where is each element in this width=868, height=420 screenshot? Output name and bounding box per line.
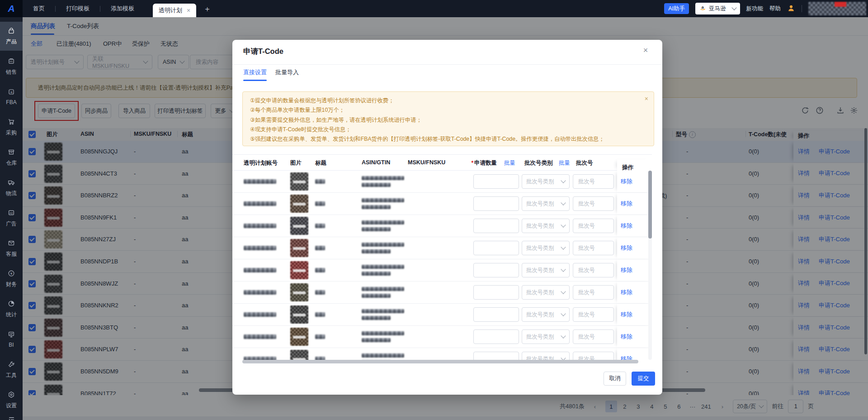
batch-no-input-box[interactable]	[573, 174, 614, 189]
modal-vscroll-thumb[interactable]	[648, 171, 652, 239]
sidebar-item-FBA[interactable]: aFBA	[0, 82, 23, 111]
batch-type-placeholder: 批次号类别	[526, 267, 554, 274]
sidebar-item-物流[interactable]: 物流	[0, 173, 23, 202]
top-tab-0[interactable]: 首页	[23, 0, 55, 17]
batch-type-select[interactable]: 批次号类别	[522, 174, 570, 189]
sidebar-item-采购[interactable]: 采购	[0, 113, 23, 142]
remove-link[interactable]: 移除	[621, 288, 632, 296]
qty-input[interactable]	[478, 267, 514, 274]
batch-no-input-box[interactable]	[573, 219, 614, 233]
qty-input-box[interactable]	[473, 219, 519, 233]
remove-link[interactable]: 移除	[621, 355, 632, 360]
batch-no-input-box[interactable]	[573, 263, 614, 277]
batch-no-input[interactable]	[577, 178, 609, 185]
modal-close-icon[interactable]: ×	[640, 45, 651, 56]
app-logo-icon[interactable]: A	[0, 0, 23, 17]
remove-link[interactable]: 移除	[621, 222, 632, 230]
remove-link[interactable]: 移除	[621, 310, 632, 319]
remove-link[interactable]: 移除	[621, 333, 632, 341]
qty-input-box[interactable]	[473, 196, 519, 211]
cancel-button[interactable]: 取消	[604, 372, 626, 386]
batch-no-input-box[interactable]	[573, 196, 614, 211]
product-image	[290, 239, 308, 257]
gtin-blurred	[362, 338, 391, 342]
modal-hscroll-thumb[interactable]	[242, 360, 638, 363]
qty-input-box[interactable]	[473, 263, 519, 277]
sidebar-item-广告[interactable]: AD广告	[0, 204, 23, 233]
close-tab-icon[interactable]: ×	[187, 7, 190, 14]
qty-input-box[interactable]	[473, 241, 519, 255]
add-tab-icon[interactable]: ＋	[203, 4, 211, 14]
collapse-menu-icon[interactable]	[8, 416, 15, 420]
batch-type-select[interactable]: 批次号类别	[522, 263, 570, 277]
sidebar-item-产品[interactable]: 产品	[0, 22, 23, 51]
modal-tab-direct[interactable]: 直接设置	[243, 68, 267, 76]
sidebar-item-财务[interactable]: ¥财务	[0, 264, 23, 293]
qty-input-box[interactable]	[473, 174, 519, 189]
qty-input[interactable]	[478, 178, 514, 185]
product-image	[290, 195, 308, 213]
batch-no-input[interactable]	[577, 244, 609, 252]
sidebar-item-客服[interactable]: 客服	[0, 234, 23, 263]
remove-link[interactable]: 移除	[621, 244, 632, 252]
sidebar-item-设置[interactable]: 设置	[0, 386, 23, 415]
batch-no-input-box[interactable]	[573, 307, 614, 322]
batch-no-input[interactable]	[577, 222, 609, 229]
notice-close-icon[interactable]: ×	[645, 95, 648, 102]
qty-input-box[interactable]	[473, 329, 519, 344]
sidebar-item-销售[interactable]: SEL销售	[0, 52, 23, 81]
batch-no-input[interactable]	[577, 200, 609, 207]
remove-link[interactable]: 移除	[621, 200, 632, 208]
qty-input[interactable]	[478, 333, 514, 340]
help-link[interactable]: 帮助	[769, 5, 781, 13]
batch-type-select[interactable]: 批次号类别	[522, 241, 570, 255]
remove-link[interactable]: 移除	[621, 266, 632, 274]
product-image	[290, 261, 308, 279]
batch-no-input[interactable]	[577, 333, 609, 340]
qty-input[interactable]	[478, 244, 514, 252]
sidebar-item-BI[interactable]: BI	[0, 325, 23, 354]
batch-no-input-box[interactable]	[573, 241, 614, 255]
batch-no-input[interactable]	[577, 267, 609, 274]
batch-no-input[interactable]	[577, 289, 609, 296]
modal-table-row: 批次号类别移除	[232, 171, 652, 193]
qty-input-box[interactable]	[473, 285, 519, 300]
batch-type-batch-link[interactable]: 批量	[559, 159, 570, 167]
qty-input[interactable]	[478, 311, 514, 318]
top-tab-2[interactable]: 添加模板	[100, 0, 145, 17]
qty-input-box[interactable]	[473, 352, 519, 360]
marketplace-select[interactable]: a 亚马逊	[695, 3, 740, 14]
submit-button[interactable]: 提交	[632, 372, 655, 386]
qty-input[interactable]	[478, 355, 514, 360]
user-avatar-icon[interactable]	[787, 4, 795, 14]
qty-input[interactable]	[478, 222, 514, 229]
batch-no-input-box[interactable]	[573, 352, 614, 360]
batch-no-input[interactable]	[577, 355, 609, 360]
asin-blurred	[362, 176, 404, 180]
new-features-link[interactable]: 新功能	[746, 5, 764, 13]
batch-type-select[interactable]: 批次号类别	[522, 329, 570, 344]
qty-input-box[interactable]	[473, 307, 519, 322]
top-tab-1[interactable]: 打印模板	[56, 0, 100, 17]
sidebar-item-仓库[interactable]: 仓库	[0, 143, 23, 172]
notice-line-4: ④现支持申请T-Code时提交批次号信息；	[250, 125, 640, 134]
batch-type-select[interactable]: 批次号类别	[522, 219, 570, 233]
batch-no-input[interactable]	[577, 311, 609, 318]
modal-tab-import[interactable]: 批量导入	[275, 68, 299, 76]
sidebar-item-统计[interactable]: 统计	[0, 295, 23, 324]
batch-type-select[interactable]: 批次号类别	[522, 196, 570, 211]
qty-batch-link[interactable]: 批量	[504, 159, 515, 167]
remove-link[interactable]: 移除	[621, 177, 632, 186]
qty-input[interactable]	[478, 200, 514, 207]
batch-type-select[interactable]: 批次号类别	[522, 307, 570, 322]
divider	[232, 64, 662, 65]
sidebar-item-工具[interactable]: 工具	[0, 355, 23, 384]
batch-no-input-box[interactable]	[573, 329, 614, 344]
top-tab-active[interactable]: 透明计划 ×	[153, 4, 196, 17]
user-account-blurred[interactable]	[808, 2, 866, 15]
batch-type-select[interactable]: 批次号类别	[522, 285, 570, 300]
batch-type-select[interactable]: 批次号类别	[522, 352, 570, 360]
qty-input[interactable]	[478, 289, 514, 296]
ai-assistant-button[interactable]: AI助手	[664, 3, 689, 14]
batch-no-input-box[interactable]	[573, 285, 614, 300]
